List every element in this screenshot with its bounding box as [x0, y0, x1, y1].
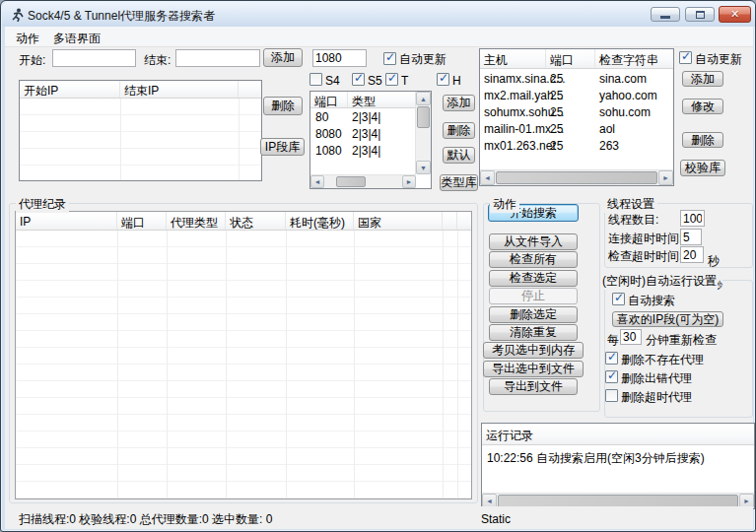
column-header-port[interactable]: 端口: [546, 49, 595, 68]
port-cell[interactable]: 25: [550, 105, 563, 119]
type-cell[interactable]: 2|3|4|: [352, 127, 380, 141]
scroll-thumb[interactable]: [496, 171, 657, 184]
checkstring-cell[interactable]: aol: [599, 122, 615, 136]
column-header-status[interactable]: 状态: [226, 212, 286, 230]
port-list-vscrollbar[interactable]: [415, 92, 431, 174]
checkstring-cell[interactable]: yahoo.com: [599, 89, 657, 102]
port-default-button[interactable]: 默认: [443, 147, 475, 164]
column-header-elapsed[interactable]: 耗时(毫秒): [286, 212, 354, 230]
auto-search-checkbox[interactable]: [612, 293, 625, 305]
close-button[interactable]: ✕: [719, 6, 751, 23]
port-list[interactable]: 端口 类型 80 2|3|4| 8080 2|3|4| 1080 2|3|4|: [309, 91, 432, 189]
menu-language[interactable]: 多语界面: [50, 30, 103, 48]
title-bar[interactable]: Sock4/5 & Tunnel代理服务器搜索者 ✕: [2, 2, 756, 27]
thread-count-label: 线程数目:: [608, 213, 658, 227]
scroll-up-icon[interactable]: [416, 92, 431, 105]
port-add-button[interactable]: 添加: [443, 95, 475, 111]
type-t-checkbox[interactable]: [385, 73, 398, 86]
ports-auto-update-checkbox[interactable]: [383, 52, 396, 65]
proxy-table[interactable]: IP 端口 代理类型 状态 耗时(毫秒) 国家: [15, 211, 472, 499]
check-selected-button[interactable]: 检查选定: [489, 270, 578, 287]
check-all-button[interactable]: 检查所有: [489, 251, 578, 268]
delete-timeout-label: 删除超时代理: [621, 390, 692, 404]
scroll-thumb[interactable]: [417, 106, 430, 128]
port-cell[interactable]: 80: [315, 110, 328, 124]
maximize-button[interactable]: [685, 7, 715, 22]
column-header-country[interactable]: 国家: [354, 212, 443, 230]
checker-list[interactable]: 主机 端口 检查字符串 sinamx.sina.c... 25 sina.com…: [479, 48, 674, 186]
scroll-thumb[interactable]: [336, 176, 366, 187]
port-list-hscrollbar[interactable]: [310, 174, 416, 188]
recheck-interval-input[interactable]: [620, 329, 642, 345]
ip-start-input[interactable]: [52, 49, 136, 67]
run-log-list[interactable]: 运行记录 10:22:56 自动搜索启用(空闲3分钟后搜索): [481, 423, 755, 509]
column-header-port[interactable]: 端口: [310, 92, 348, 107]
type-s5-checkbox[interactable]: [352, 73, 365, 86]
ip-delete-button[interactable]: 删除: [263, 97, 303, 115]
port-cell[interactable]: 25: [550, 139, 563, 153]
checker-auto-update-label: 自动更新: [695, 52, 742, 66]
type-cell[interactable]: 2|3|4|: [352, 110, 380, 124]
type-s4-checkbox[interactable]: [309, 73, 322, 86]
checker-auto-update-checkbox[interactable]: [679, 51, 692, 64]
port-input[interactable]: [312, 49, 367, 67]
grid-line: [117, 231, 118, 499]
copy-selected-to-memory-button[interactable]: 考贝选中到内存: [483, 342, 584, 359]
checker-modify-button[interactable]: 修改: [682, 99, 723, 114]
checker-delete-button[interactable]: 删除: [682, 132, 723, 148]
ip-add-button[interactable]: 添加: [263, 48, 303, 67]
column-header-type[interactable]: 类型: [348, 92, 415, 107]
export-selected-to-file-button[interactable]: 导出选中到文件: [483, 361, 584, 377]
port-cell[interactable]: 25: [550, 72, 563, 86]
column-header-run-log[interactable]: 运行记录: [482, 424, 754, 444]
checkstring-cell[interactable]: 263: [599, 139, 619, 153]
port-delete-button[interactable]: 删除: [443, 122, 475, 139]
check-timeout-input[interactable]: [680, 246, 704, 263]
column-header-port[interactable]: 端口: [117, 212, 167, 230]
delete-timeout-checkbox[interactable]: [605, 389, 618, 402]
menu-action[interactable]: 动作: [13, 30, 42, 48]
checker-lib-button[interactable]: 校验库: [680, 160, 725, 176]
ip-range-list[interactable]: 开始IP 结束IP: [19, 80, 262, 181]
checkstring-cell[interactable]: sohu.com: [599, 105, 651, 119]
column-header-blank: [457, 212, 471, 230]
scroll-left-icon[interactable]: [310, 175, 324, 188]
scroll-left-icon[interactable]: [480, 170, 495, 185]
host-cell[interactable]: mx01.263.net: [484, 139, 556, 153]
column-header-proxy-type[interactable]: 代理类型: [167, 212, 226, 230]
checker-add-button[interactable]: 添加: [682, 71, 723, 87]
scroll-right-icon[interactable]: [658, 170, 673, 185]
column-header-end-ip[interactable]: 结束IP: [120, 81, 239, 98]
column-header-checkstring[interactable]: 检查字符串: [595, 49, 673, 68]
column-header-ip[interactable]: IP: [16, 212, 117, 230]
column-header-host[interactable]: 主机: [480, 49, 546, 68]
connect-timeout-input[interactable]: [680, 229, 702, 245]
column-header-blank: [443, 212, 457, 230]
ip-lib-button[interactable]: IP段库: [260, 138, 305, 156]
delete-selected-button[interactable]: 删除选定: [489, 306, 578, 323]
scroll-right-icon[interactable]: [402, 175, 416, 188]
port-typelib-button[interactable]: 类型库: [440, 174, 478, 191]
thread-count-input[interactable]: [680, 210, 705, 227]
port-cell[interactable]: 8080: [315, 127, 342, 141]
port-cell[interactable]: 25: [550, 89, 563, 102]
port-cell[interactable]: 25: [550, 122, 563, 136]
minimize-button[interactable]: [651, 7, 680, 22]
ip-end-input[interactable]: [175, 49, 260, 67]
grid-line: [226, 231, 227, 499]
delete-error-checkbox[interactable]: [605, 370, 618, 383]
type-cell[interactable]: 2|3|4|: [352, 144, 380, 158]
scroll-down-icon[interactable]: [416, 161, 431, 174]
run-log-entry[interactable]: 10:22:56 自动搜索启用(空闲3分钟后搜索): [487, 450, 705, 467]
type-s5-label: S5: [368, 74, 382, 88]
clear-duplicates-button[interactable]: 清除重复: [489, 324, 578, 341]
checker-list-hscrollbar[interactable]: [480, 169, 673, 185]
export-to-file-button[interactable]: 导出到文件: [489, 378, 578, 395]
import-from-file-button[interactable]: 从文件导入: [489, 233, 578, 250]
favorite-ip-range-button[interactable]: 喜欢的IP段(可为空): [612, 311, 723, 327]
delete-nonexistent-checkbox[interactable]: [605, 352, 618, 365]
column-header-start-ip[interactable]: 开始IP: [20, 81, 120, 98]
checkstring-cell[interactable]: sina.com: [599, 72, 647, 86]
type-h-checkbox[interactable]: [437, 73, 449, 86]
port-cell[interactable]: 1080: [315, 144, 342, 158]
